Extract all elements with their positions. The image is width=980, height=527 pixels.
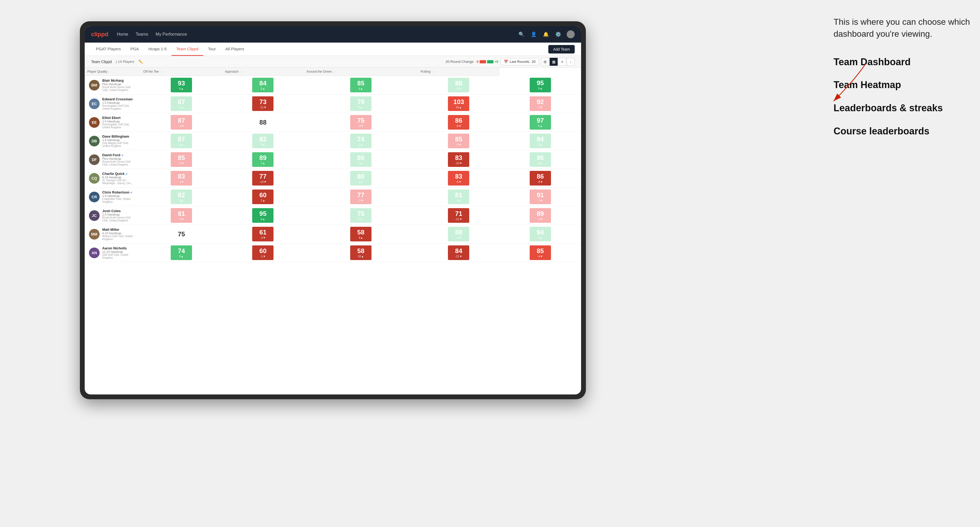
- score-change: 8▲: [179, 255, 184, 258]
- score-change: -1▼: [260, 255, 266, 258]
- score-box: 74 1▲: [350, 133, 371, 148]
- score-change: -8▼: [538, 180, 543, 183]
- score-value: 103: [453, 99, 464, 105]
- score-box: 95 9▲: [530, 78, 551, 92]
- score-box: 82 3▲: [171, 189, 192, 204]
- player-info: Edward Crossman 1-5 Handicap Sunningdale…: [102, 97, 136, 110]
- table-row[interactable]: DF David Ford ✔ Plus Handicap Royal Nort…: [85, 151, 581, 169]
- view-buttons: ⊞ ▦ ≡ ↓: [541, 58, 575, 66]
- score-value: 75: [178, 231, 185, 237]
- annotation-intro: This is where you can choose which dashb…: [834, 16, 972, 40]
- view-grid-large-button[interactable]: ▦: [550, 58, 558, 66]
- table-row[interactable]: CR Chris Robertson ✔ 1-5 Handicap Craigm…: [85, 187, 581, 206]
- score-box: 83 -10▼: [448, 152, 469, 167]
- player-info: Charlie Quick ✔ 6-10 Handicap St. George…: [102, 171, 136, 185]
- score-box: 87 4▲: [171, 133, 192, 148]
- score-cell-5-4: 86 -8▼: [500, 169, 581, 187]
- subnav-hcaps[interactable]: Hcaps 1-5: [143, 43, 171, 56]
- subnav-team-clippd[interactable]: Team Clippd: [172, 43, 203, 56]
- score-cell-5-2: 80 1▲: [304, 169, 418, 187]
- nav-home[interactable]: Home: [117, 32, 128, 37]
- nav-teams[interactable]: Teams: [135, 32, 148, 37]
- nav-my-performance[interactable]: My Performance: [156, 32, 187, 37]
- score-value: 60: [259, 248, 267, 254]
- table-row[interactable]: EC Edward Crossman 1-5 Handicap Sunningd…: [85, 94, 581, 113]
- score-box: 91 -3▼: [530, 189, 551, 204]
- user-icon[interactable]: 👤: [530, 30, 538, 38]
- player-cell-8: MM Matt Miller 6-10 Handicap Woburn Golf…: [85, 225, 141, 243]
- score-cell-4-3: 83 -10▼: [418, 151, 499, 169]
- player-name: Elliot Ebert: [102, 116, 136, 120]
- bell-icon[interactable]: 🔔: [542, 30, 550, 38]
- table-header: Player Quality ↓ Off the Tee → Approach …: [85, 68, 581, 76]
- table-row[interactable]: CQ Charlie Quick ✔ 6-10 Handicap St. Geo…: [85, 169, 581, 187]
- table-row[interactable]: EE Elliot Ebert 1-5 Handicap Sunningdale…: [85, 113, 581, 132]
- score-cell-7-2: 75 2▲: [304, 206, 418, 225]
- table-row[interactable]: BM Blair McHarg Plus Handicap Royal Nort…: [85, 76, 581, 94]
- score-value: 85: [357, 80, 364, 86]
- score-box: 89 7▲: [252, 152, 274, 167]
- table-area: Player Quality ↓ Off the Tee → Approach …: [85, 68, 581, 394]
- score-value: 87: [178, 136, 185, 142]
- indicator-pos: [487, 60, 493, 63]
- th-tee: Off the Tee →: [141, 68, 222, 76]
- score-cell-6-3: 81 4▲: [418, 187, 499, 206]
- player-handicap: 6-10 Handicap: [102, 176, 136, 179]
- player-club: Sunningdale Golf Club, United Kingdom: [102, 104, 136, 110]
- score-change: -21▼: [455, 255, 462, 258]
- table-row[interactable]: AN Aaron Nicholls 11-15 Handicap Drift G…: [85, 243, 581, 262]
- view-list-button[interactable]: ≡: [558, 58, 566, 66]
- player-cell-5: CQ Charlie Quick ✔ 6-10 Handicap St. Geo…: [85, 169, 141, 187]
- search-icon[interactable]: 🔍: [518, 30, 525, 38]
- add-team-button[interactable]: Add Team: [548, 45, 575, 54]
- score-value: 86: [455, 117, 462, 124]
- view-grid-small-button[interactable]: ⊞: [541, 58, 549, 66]
- score-cell-0-4: 95 9▲: [500, 76, 581, 94]
- score-cell-1-4: 92 -3▼: [500, 94, 581, 113]
- score-box: 89 -2▼: [530, 208, 551, 223]
- annotation-arrow-svg: [818, 59, 871, 112]
- score-change: -6▼: [456, 124, 461, 127]
- tablet-screen: clippd Home Teams My Performance 🔍 👤 🔔 ⚙…: [85, 26, 581, 394]
- score-box: 97 5▲: [530, 115, 551, 130]
- avatar[interactable]: [567, 30, 575, 38]
- player-cell-1: EC Edward Crossman 1-5 Handicap Sunningd…: [85, 94, 141, 113]
- settings-icon[interactable]: ⚙️: [554, 30, 562, 38]
- score-cell-1-3: 103 15▲: [418, 94, 499, 113]
- player-cell-0: BM Blair McHarg Plus Handicap Royal Nort…: [85, 76, 141, 94]
- score-change: 4▲: [261, 143, 265, 146]
- team-header-bar: Team Clippd | 14 Players ✏️ 20 Round Cha…: [85, 56, 581, 68]
- table-row[interactable]: JC Josh Coles 1-5 Handicap Royal North D…: [85, 206, 581, 225]
- score-cell-7-1: 95 8▲: [222, 206, 304, 225]
- score-change: 3▲: [358, 162, 363, 165]
- last-rounds-button[interactable]: 📅 Last Rounds: 20: [500, 58, 539, 65]
- score-box: 94 3▲: [530, 227, 551, 241]
- edit-icon[interactable]: ✏️: [138, 60, 143, 64]
- subnav-tour[interactable]: Tour: [203, 43, 221, 56]
- player-handicap: 1-5 Handicap: [102, 213, 136, 216]
- player-cell-4: DF David Ford ✔ Plus Handicap Royal Nort…: [85, 151, 141, 169]
- view-download-button[interactable]: ↓: [567, 58, 575, 66]
- player-club: Gog Magog Golf Club, United Kingdom: [102, 141, 136, 148]
- score-change: -3▼: [179, 162, 184, 165]
- subnav-all-players[interactable]: All Players: [221, 43, 249, 56]
- score-box: 75 2▲: [350, 208, 371, 223]
- score-box: 88 -1▼: [448, 78, 469, 92]
- score-change: -11▼: [259, 106, 267, 109]
- score-value: 83: [455, 173, 462, 179]
- player-club: Woburn Golf Club, United Kingdom: [102, 235, 136, 241]
- score-value: 60: [259, 192, 267, 198]
- subnav: PGAT Players PGA Hcaps 1-5 Team Clippd T…: [85, 43, 581, 56]
- score-change: 1▲: [538, 143, 542, 146]
- table-row[interactable]: DB Dave Billingham 1-5 Handicap Gog Mago…: [85, 132, 581, 151]
- score-change: 2▲: [358, 217, 363, 221]
- score-change: -14▼: [259, 180, 267, 183]
- player-avatar: EE: [89, 117, 100, 128]
- score-cell-8-2: 58 4▲: [304, 225, 418, 243]
- subnav-pgat[interactable]: PGAT Players: [91, 43, 126, 56]
- subnav-pga[interactable]: PGA: [126, 43, 144, 56]
- table-row[interactable]: MM Matt Miller 6-10 Handicap Woburn Golf…: [85, 225, 581, 243]
- player-name: Matt Miller: [102, 227, 136, 232]
- score-change: 4▲: [358, 236, 363, 239]
- score-value: 93: [178, 80, 185, 86]
